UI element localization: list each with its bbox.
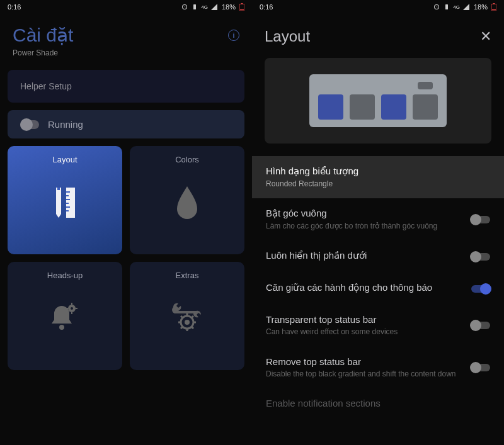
signal-icon (210, 3, 218, 11)
battery-label: 18% (222, 3, 236, 11)
svg-line-27 (192, 316, 193, 318)
status-icons: 4G (433, 3, 470, 11)
setting-remove-top[interactable]: Remove top status bar Disable the top bl… (252, 347, 504, 388)
svg-rect-2 (241, 3, 243, 4)
tile-colors-label: Colors (175, 155, 199, 164)
setting-title: Căn giữa các hành động cho thông báo (266, 282, 464, 293)
svg-rect-29 (445, 4, 448, 9)
setting-title: Bật góc vuông (266, 208, 464, 219)
preview-tile-active (381, 94, 406, 120)
header: Cài đặt i Power Shade (0, 14, 252, 62)
bell-gear-icon (46, 295, 84, 339)
svg-point-12 (59, 325, 64, 330)
network-label: 4G (201, 4, 208, 10)
helper-setup-label: Helper Setup (20, 81, 72, 91)
svg-line-26 (192, 327, 193, 329)
setting-center-actions[interactable]: Căn giữa các hành động cho thông báo (252, 273, 504, 305)
battery-label: 18% (474, 3, 488, 11)
page-title: Layout (265, 28, 310, 45)
title-row: Cài đặt i (13, 24, 239, 46)
preview-small-tile (418, 82, 433, 89)
preview-tile-active (318, 94, 343, 120)
running-label: Running (48, 119, 83, 130)
svg-rect-10 (66, 206, 70, 208)
setting-sub: Làm cho các góc được bo tròn trở thành g… (266, 221, 464, 231)
svg-rect-8 (66, 199, 70, 200)
toggle-remove-top[interactable] (471, 364, 490, 371)
toggle-transparent-top[interactable] (471, 322, 490, 329)
preview-tile (413, 94, 438, 120)
helper-setup-card[interactable]: Helper Setup (8, 70, 244, 103)
wrench-gear-icon (168, 295, 206, 339)
setting-title: Hình dạng biểu tượng (266, 166, 490, 177)
svg-line-28 (181, 327, 183, 329)
info-icon[interactable]: i (228, 30, 239, 41)
tile-colors[interactable]: Colors (130, 146, 244, 254)
status-right: 4G 18% (181, 3, 244, 11)
tile-layout[interactable]: Layout (8, 146, 122, 254)
page-title: Cài đặt (13, 24, 73, 46)
header: Layout ✕ (252, 14, 504, 58)
status-time: 0:16 (8, 3, 21, 11)
setting-enable-sections[interactable]: Enable notification sections (252, 388, 504, 420)
setting-sub: Can have weird effect on some devices (266, 327, 464, 337)
svg-rect-32 (492, 9, 496, 11)
alarm-icon (433, 3, 440, 11)
running-toggle[interactable] (20, 120, 39, 129)
setting-transparent-top[interactable]: Transparent top status bar Can have weir… (252, 305, 504, 346)
preview-row (309, 74, 447, 127)
setting-square-corners[interactable]: Bật góc vuông Làm cho các góc được bo tr… (252, 198, 504, 240)
screen-layout: 0:16 4G 18% Layout ✕ (252, 0, 504, 445)
tiles-grid: Layout Colors (8, 146, 244, 370)
settings-list: Hình dạng biểu tượng Rounded Rectangle B… (252, 156, 504, 420)
page-subtitle: Power Shade (13, 48, 239, 57)
toggle-square-corners[interactable] (471, 216, 490, 223)
setting-title: Luôn hiển thị phần dưới (266, 250, 464, 261)
status-time: 0:16 (260, 3, 273, 11)
status-icons: 4G (181, 3, 218, 11)
svg-rect-0 (193, 4, 196, 9)
setting-icon-shape[interactable]: Hình dạng biểu tượng Rounded Rectangle (252, 156, 504, 198)
tile-heads-up-label: Heads-up (47, 271, 83, 280)
setting-sub: Rounded Rectangle (266, 179, 490, 189)
svg-rect-4 (57, 188, 60, 190)
tile-heads-up[interactable]: Heads-up (8, 262, 122, 370)
tile-layout-label: Layout (52, 155, 77, 164)
svg-rect-6 (66, 191, 70, 193)
pencil-ruler-icon (46, 179, 84, 223)
layout-preview (265, 58, 491, 144)
setting-sub: Disable the top black gradient and shift… (266, 369, 464, 379)
vibrate-icon (191, 3, 198, 11)
toggle-always-show-bottom[interactable] (471, 253, 490, 261)
setting-title: Remove top status bar (266, 356, 464, 367)
alarm-icon (181, 3, 188, 11)
svg-rect-3 (240, 9, 244, 11)
setting-always-show-bottom[interactable]: Luôn hiển thị phần dưới (252, 240, 504, 273)
svg-point-14 (71, 307, 73, 310)
toggle-center-actions[interactable] (471, 285, 490, 293)
water-drop-icon (168, 179, 206, 223)
signal-icon (462, 3, 470, 11)
svg-rect-31 (493, 3, 495, 4)
preview-stack (413, 82, 438, 120)
content: Helper Setup Running Layout (0, 62, 252, 378)
tile-extras[interactable]: Extras (130, 262, 244, 370)
status-bar: 0:16 4G 18% (252, 0, 504, 14)
status-right: 4G 18% (433, 3, 496, 11)
network-label: 4G (453, 4, 460, 10)
screen-settings: 0:16 4G 18% Cài đặt i Power Shade Helper… (0, 0, 252, 445)
battery-icon (491, 3, 496, 11)
preview-tile (350, 94, 375, 120)
vibrate-icon (443, 3, 450, 11)
setting-title: Enable notification sections (266, 398, 490, 408)
setting-title: Transparent top status bar (266, 314, 464, 325)
svg-point-20 (185, 320, 190, 325)
svg-rect-7 (66, 195, 69, 196)
running-card[interactable]: Running (8, 110, 244, 138)
svg-line-25 (181, 316, 183, 318)
status-bar: 0:16 4G 18% (0, 0, 252, 14)
tile-extras-label: Extras (176, 271, 199, 280)
svg-rect-9 (66, 203, 69, 204)
close-icon[interactable]: ✕ (480, 28, 491, 45)
svg-rect-11 (66, 210, 69, 211)
